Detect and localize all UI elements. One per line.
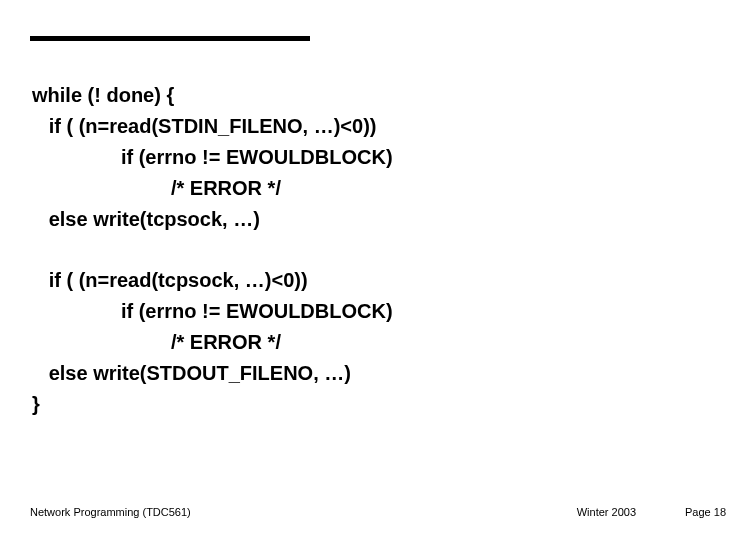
- code-line: if (errno != EWOULDBLOCK): [32, 296, 393, 327]
- footer-mid: Winter 2003: [577, 506, 636, 518]
- code-line: }: [32, 389, 393, 420]
- header-rule: [30, 36, 310, 41]
- footer-left: Network Programming (TDC561): [30, 506, 191, 518]
- code-line: if ( (n=read(STDIN_FILENO, …)<0)): [32, 111, 393, 142]
- footer-right: Page 18: [685, 506, 726, 518]
- code-line: else write(STDOUT_FILENO, …): [32, 358, 393, 389]
- code-line: while (! done) {: [32, 80, 393, 111]
- code-line: if (errno != EWOULDBLOCK): [32, 142, 393, 173]
- code-block: while (! done) { if ( (n=read(STDIN_FILE…: [32, 80, 393, 420]
- blank-line: [32, 235, 393, 265]
- code-line: /* ERROR */: [32, 173, 393, 204]
- code-line: if ( (n=read(tcpsock, …)<0)): [32, 265, 393, 296]
- code-line: else write(tcpsock, …): [32, 204, 393, 235]
- code-line: /* ERROR */: [32, 327, 393, 358]
